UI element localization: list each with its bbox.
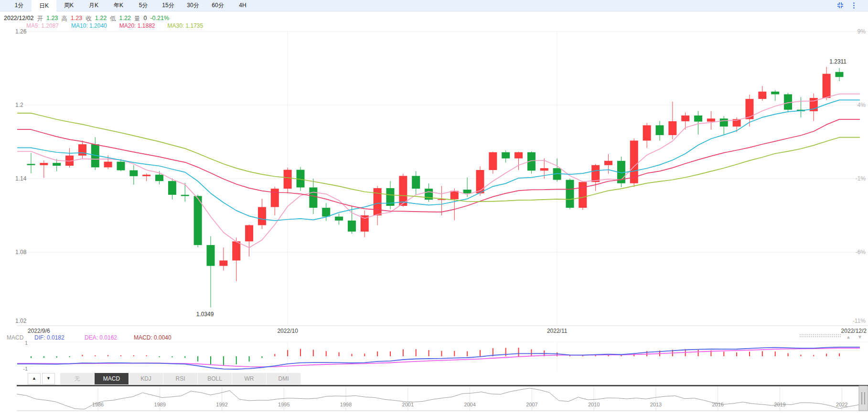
indicator-tab-RSI[interactable]: RSI [163,373,198,384]
nav-range-handle[interactable] [859,386,868,411]
main-chart[interactable]: 1.269%1.24%1.14-1%1.08-6%1.02-11%1.03491… [0,0,868,415]
candle[interactable] [219,260,227,266]
nav-year-label: 2013 [650,402,662,407]
candle[interactable] [78,144,86,156]
candle[interactable] [232,241,240,260]
period-tab-30分[interactable]: 30分 [181,0,205,11]
period-tab-日K[interactable]: 日K [32,0,56,13]
candle[interactable] [104,162,112,168]
candle[interactable] [668,121,676,135]
nav-year-label: 2016 [712,402,723,407]
candle[interactable] [694,116,702,122]
candle[interactable] [258,207,266,225]
candle[interactable] [745,99,753,119]
price-axis-label: 1.14 [15,175,27,182]
date-axis-label: 2022/9/6 [28,328,50,334]
period-tabbar: 1分日K周K月K年K5分15分30分60分4H [0,0,868,11]
ma-value: MA30: 1.1735 [167,22,203,29]
nav-year-label: 1986 [92,402,104,407]
field-value: 1.22 [119,15,131,23]
candle[interactable] [181,195,189,196]
period-tab-4H[interactable]: 4H [230,0,255,11]
field-value: -0.21% [150,15,169,23]
candle[interactable] [643,125,651,140]
candle[interactable] [284,170,292,189]
candle[interactable] [129,170,138,176]
candle[interactable] [194,196,202,245]
kline-app: 1分日K周K月K年K5分15分30分60分4H 2022/12/02开1.23高… [0,0,868,415]
period-tab-周K[interactable]: 周K [56,0,81,11]
percent-axis-label: -11% [853,318,866,324]
candle[interactable] [412,176,420,189]
candle[interactable] [40,163,48,165]
candle[interactable] [322,208,330,216]
macd-row-label: DEA: 0.0162 [85,334,117,341]
ma-value: MA20: 1.1882 [119,22,155,29]
candle[interactable] [335,217,343,221]
percent-axis-label: 4% [857,102,866,108]
period-tab-月K[interactable]: 月K [81,0,106,11]
candle[interactable] [245,225,253,242]
candle[interactable] [117,162,125,170]
date-axis-label: 2022/12/2 [841,328,867,334]
candle[interactable] [27,164,35,165]
topbar-icons [837,2,855,9]
ma-values-row: MA5: 1.2087MA10: 1.2040MA20: 1.1882MA30:… [26,22,203,29]
indicator-up-button[interactable]: ▲ [28,373,41,384]
candle[interactable] [681,116,689,121]
macd-axis-label: 1 [25,340,28,346]
period-tab-5分[interactable]: 5分 [131,0,156,11]
candle[interactable] [53,163,61,166]
candle[interactable] [823,74,831,98]
candle[interactable] [168,181,176,195]
indicator-tab-BOLL[interactable]: BOLL [198,373,232,384]
ma-value: MA10: 1.2040 [71,22,107,29]
candle[interactable] [771,92,779,95]
candle[interactable] [142,175,150,176]
period-tabs: 1分日K周K月K年K5分15分30分60分4H [0,0,868,13]
period-tab-60分[interactable]: 60分 [205,0,230,11]
period-tab-15分[interactable]: 15分 [156,0,181,11]
indicator-tab-WR[interactable]: WR [232,373,267,384]
candle[interactable] [566,180,574,208]
percent-axis-label: -1% [856,175,866,182]
candle[interactable] [271,189,279,207]
candle[interactable] [707,118,715,121]
field-label: 开 [37,15,43,23]
exit-fullscreen-icon[interactable] [837,2,844,9]
nav-year-label: 1998 [340,402,352,407]
candle[interactable] [540,168,548,170]
candle[interactable] [374,188,382,215]
zoom-in-arrow: ▲ [846,334,851,340]
indicator-tab-KDJ[interactable]: KDJ [129,373,163,384]
indicator-tab-DMI[interactable]: DMI [267,373,301,384]
candle[interactable] [476,170,484,193]
candle[interactable] [604,161,612,165]
indicator-tabs: 无MACDKDJRSIBOLLWRDMI [60,373,301,384]
candle[interactable] [348,221,356,232]
candle[interactable] [463,190,472,193]
indicator-tab-MACD[interactable]: MACD [95,373,129,384]
candle[interactable] [155,175,163,181]
macd-row-label: MACD [7,334,24,341]
period-tab-年K[interactable]: 年K [106,0,131,11]
kebab-menu-icon[interactable] [853,2,855,9]
macd-row-label: MACD: 0.0040 [134,334,171,341]
candle[interactable] [206,245,214,266]
indicator-tab-无[interactable]: 无 [60,373,95,384]
candle[interactable] [835,72,843,77]
period-tab-1分[interactable]: 1分 [7,0,32,11]
candle[interactable] [579,182,587,208]
candle[interactable] [514,152,523,159]
macd-row-label: DIF: 0.0182 [34,334,64,341]
candle[interactable] [720,118,728,127]
indicator-down-button[interactable]: ▼ [42,373,55,384]
candle[interactable] [309,187,317,208]
candle[interactable] [450,191,459,199]
candle[interactable] [655,125,664,135]
candle[interactable] [591,165,600,182]
field-value: 1.22 [95,15,107,23]
candle[interactable] [758,92,766,99]
candle[interactable] [489,152,497,170]
candle[interactable] [502,152,510,159]
